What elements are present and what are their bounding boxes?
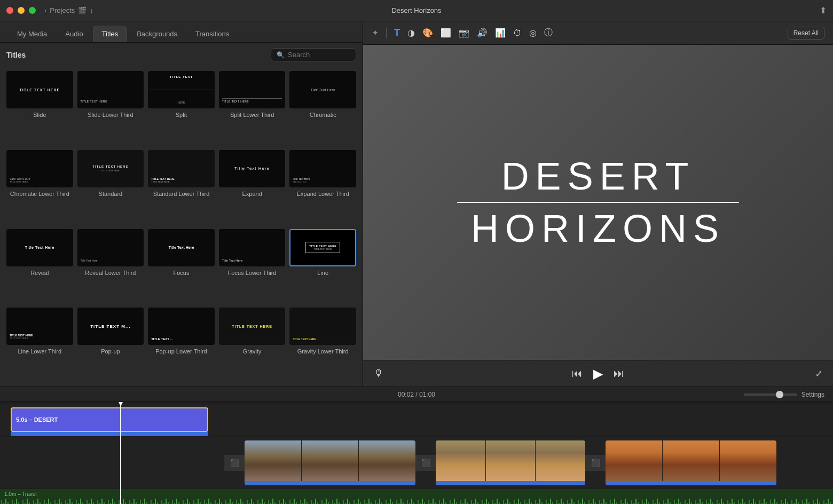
tab-titles[interactable]: Titles [93,26,128,42]
video-clip-1-bar [245,481,415,485]
title-item-chromatic-lower-third[interactable]: Title Text Here TITLE TEXT HERE Chromati… [6,150,73,225]
title-thumb-line-lower-third: TITLE TEXT HERE TITLE TEXT HERE [6,308,73,345]
filter-icon[interactable]: ◎ [529,28,537,38]
settings-button[interactable]: Settings [801,391,824,398]
time-separator: / [415,391,419,398]
titlebar-actions: ⬆ [820,5,827,15]
traffic-lights [6,7,36,14]
share-icon[interactable]: ⬆ [820,5,827,15]
title-item-slide-lower-third[interactable]: TITLE TEXT HERE Slide Lower Third [77,71,144,146]
maximize-button[interactable] [29,7,36,14]
play-button[interactable]: ▶ [593,366,603,381]
title-label-expand-lower-third: Expand Lower Third [297,191,349,197]
speedometer-icon[interactable]: ⏱ [513,28,522,38]
title-label-focus: Focus [174,270,190,276]
fullscreen-button[interactable]: ⤢ [815,368,822,379]
search-input[interactable] [288,51,350,59]
title-item-slide[interactable]: TITLE TEXT HERE Slide [6,71,73,146]
title-item-line[interactable]: TITLE TEXT HERE TITLE TEXT HERE Line [289,229,356,304]
microphone-button[interactable]: 🎙 [374,368,383,379]
title-item-pop-up[interactable]: TITLE TEXT M... Pop-up [77,308,144,382]
title-thumb-expand: Title Text Here [219,150,286,187]
title-thumb-gravity: TITLE TEXT HERE [219,308,286,345]
right-panel: ✦ T ◑ 🎨 ⬜ 📷 🔊 📊 ⏱ ◎ ⓘ Reset All DESERT H… [363,21,833,387]
tab-backgrounds[interactable]: Backgrounds [128,26,186,42]
title-item-focus-lower-third[interactable]: Title Text Here Focus Lower Third [219,229,286,304]
skip-forward-button[interactable]: ⏭ [614,367,624,380]
title-thumb-gravity-lower-third: TITLE TEXT HERE [289,308,356,345]
titles-grid: TITLE TEXT HERE Slide TITLE TEXT HERE Sl… [0,67,363,387]
color-icon[interactable]: 🎨 [422,28,433,38]
preview-canvas: DESERT HORIZONS [363,45,833,360]
main-content: My Media Audio Titles Backgrounds Transi… [0,21,833,387]
title-item-standard[interactable]: TITLE TEXT HERE TITLE TEXT HERE Standard [77,150,144,225]
title-item-pop-up-lower-third[interactable]: TITLE TEXT ... Pop-up Lower Third [148,308,215,382]
minimize-button[interactable] [18,7,25,14]
timeline-content: 5.0s – DESERT ⬛ ⬛ [0,402,833,504]
audio-icon[interactable]: 🔊 [477,28,488,38]
down-arrow-icon[interactable]: ↓ [90,6,93,14]
title-item-expand[interactable]: Title Text Here Expand [219,150,286,225]
title-thumb-split-lower-third: TITLE TEXT HERE [219,71,286,108]
skip-back-button[interactable]: ⏮ [572,367,583,380]
title-thumb-pop-up-lower-third: TITLE TEXT ... [148,308,215,345]
playback-controls: 🎙 ⏮ ▶ ⏭ ⤢ [363,360,833,387]
title-thumb-chromatic: Tide Text Here [289,71,356,108]
title-label-pop-up: Pop-up [101,348,120,355]
zoom-track[interactable] [744,393,797,396]
title-item-split[interactable]: TITLE TEXT HERE Split [148,71,215,146]
video-frame-3c [720,440,776,481]
title-item-reveal-lower-third[interactable]: Title Text Here Reveal Lower Third [77,229,144,304]
tab-transitions[interactable]: Transitions [187,26,238,42]
search-box[interactable]: 🔍 [271,48,356,61]
timeline-time-display: 00:02 / 01:00 [280,391,552,398]
title-item-expand-lower-third[interactable]: Title Text Here Title Text Here Expand L… [289,150,356,225]
title-clip[interactable]: 5.0s – DESERT [11,407,208,432]
camera-icon[interactable]: 📷 [459,28,469,38]
video-clip-3-bar [606,481,776,485]
title-thumb-slide: TITLE TEXT HERE [6,71,73,108]
thumb-text: TITLE TEXT HERE [19,88,60,92]
video-frame-1a [245,440,301,481]
title-label-line: Line [317,270,328,276]
tab-my-media[interactable]: My Media [9,26,56,42]
preview-area: DESERT HORIZONS [363,45,833,360]
projects-back-button[interactable]: Projects [50,6,75,14]
style-icon[interactable]: ◑ [407,28,415,38]
crop-icon[interactable]: ⬜ [441,28,451,38]
clip-connector-2: ⬛ [415,455,436,471]
title-item-standard-lower-third[interactable]: TITLE TEXT HERE TITLE TEXT HERE Standard… [148,150,215,225]
title-label-standard-lower-third: Standard Lower Third [153,191,210,197]
title-item-split-lower-third[interactable]: TITLE TEXT HERE Split Lower Third [219,71,286,146]
title-thumb-standard: TITLE TEXT HERE TITLE TEXT HERE [77,150,144,187]
magic-wand-icon[interactable]: ✦ [372,28,379,38]
title-item-line-lower-third[interactable]: TITLE TEXT HERE TITLE TEXT HERE Line Low… [6,308,73,382]
title-item-gravity-lower-third[interactable]: TITLE TEXT HERE Gravity Lower Third [289,308,356,382]
text-format-icon[interactable]: T [394,27,400,38]
inspector-toolbar: ✦ T ◑ 🎨 ⬜ 📷 🔊 📊 ⏱ ◎ ⓘ Reset All [363,21,833,45]
title-thumb-pop-up: TITLE TEXT M... [77,308,144,345]
title-label-gravity-lower-third: Gravity Lower Third [297,348,349,355]
film-icon: 🎬 [78,6,87,14]
timeline-header: 00:02 / 01:00 Settings [0,387,833,402]
title-thumb-focus: Title Text Here [148,229,215,266]
close-button[interactable] [6,7,13,14]
title-label-split-lower-third: Split Lower Third [230,112,274,118]
title-item-gravity[interactable]: TITLE TEXT HERE Gravity [219,308,286,382]
title-item-reveal[interactable]: Title Text Here Reveal [6,229,73,304]
preview-title-top: DESERT [501,157,695,195]
title-thumb-chromatic-lower-third: Title Text Here TITLE TEXT HERE [6,150,73,187]
title-clip-audio-bar [11,432,208,436]
title-item-chromatic[interactable]: Tide Text Here Chromatic [289,71,356,146]
left-panel: My Media Audio Titles Backgrounds Transi… [0,21,363,387]
zoom-thumb[interactable] [776,391,783,398]
waveform-svg [0,498,833,504]
tab-audio[interactable]: Audio [57,26,91,42]
video-clip-1[interactable] [245,440,415,485]
info-icon[interactable]: ⓘ [544,27,553,38]
video-clip-3[interactable] [606,440,776,485]
reset-all-button[interactable]: Reset All [788,27,824,40]
video-clip-2[interactable] [436,440,585,485]
title-item-focus[interactable]: Title Text Here Focus [148,229,215,304]
chart-icon[interactable]: 📊 [495,28,506,38]
